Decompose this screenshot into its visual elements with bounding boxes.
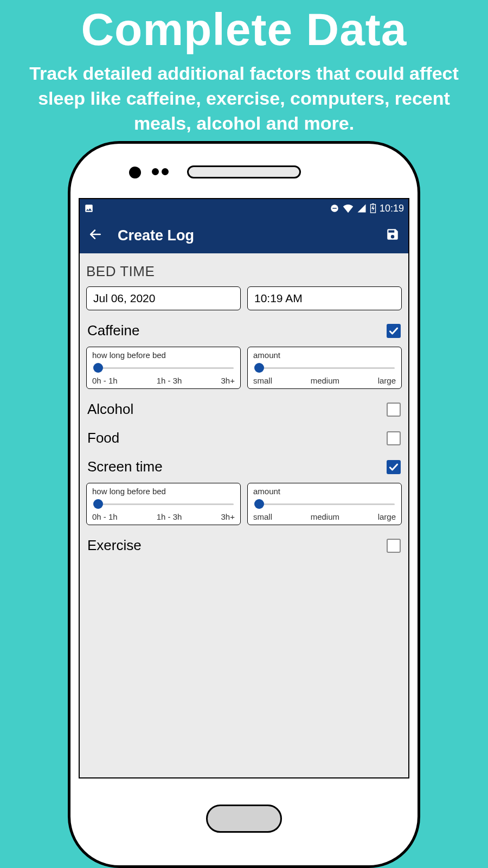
slider-tick: 0h - 1h xyxy=(92,512,118,521)
status-bar: 10:19 xyxy=(80,199,408,218)
slider-thumb-icon[interactable] xyxy=(254,499,264,509)
promo-headline: Complete Data xyxy=(0,0,488,56)
slider-tick: medium xyxy=(311,512,339,521)
phone-sensor-icon xyxy=(152,168,159,175)
slider-thumb-icon[interactable] xyxy=(93,363,103,373)
factor-caffeine-label: Caffeine xyxy=(87,322,139,339)
caffeine-duration-slider[interactable]: how long before bed 0h - 1h 1h - 3h 3h+ xyxy=(86,347,241,389)
bedtime-time-field[interactable]: 10:19 AM xyxy=(247,286,402,310)
screentime-duration-slider[interactable]: how long before bed 0h - 1h 1h - 3h 3h+ xyxy=(86,483,241,525)
form-content: BED TIME Jul 06, 2020 10:19 AM Caffeine … xyxy=(80,253,408,559)
save-button[interactable] xyxy=(386,227,400,244)
factor-screentime-label: Screen time xyxy=(87,458,163,475)
promo-subhead: Track detailed additional factors that c… xyxy=(0,56,488,136)
slider-title: how long before bed xyxy=(92,487,235,496)
battery-charging-icon xyxy=(370,203,376,213)
slider-tick: 3h+ xyxy=(221,376,235,385)
app-screen: 10:19 Create Log BED TIME Jul 06, 2020 1… xyxy=(79,198,409,778)
slider-tick: large xyxy=(378,512,396,521)
slider-tick: small xyxy=(253,376,272,385)
slider-title: how long before bed xyxy=(92,350,235,360)
bedtime-label: BED TIME xyxy=(86,263,402,280)
slider-thumb-icon[interactable] xyxy=(93,499,103,509)
phone-speaker-icon xyxy=(187,165,301,178)
svg-rect-3 xyxy=(372,203,374,205)
factor-food-label: Food xyxy=(87,430,119,446)
slider-tick: large xyxy=(378,376,396,385)
slider-thumb-icon[interactable] xyxy=(254,363,264,373)
app-bar-title: Create Log xyxy=(118,227,386,244)
factor-exercise-label: Exercise xyxy=(87,537,142,554)
status-time: 10:19 xyxy=(380,203,404,214)
slider-title: amount xyxy=(253,487,396,496)
phone-camera-icon xyxy=(129,167,141,178)
wifi-icon xyxy=(343,203,354,213)
factor-alcohol-checkbox[interactable] xyxy=(387,403,401,417)
factor-alcohol-label: Alcohol xyxy=(87,401,133,418)
slider-tick: medium xyxy=(311,376,339,385)
caffeine-amount-slider[interactable]: amount small medium large xyxy=(247,347,402,389)
app-bar: Create Log xyxy=(80,218,408,253)
slider-title: amount xyxy=(253,350,396,360)
slider-tick: 1h - 3h xyxy=(157,512,182,521)
phone-home-button[interactable] xyxy=(206,805,282,833)
factor-food-checkbox[interactable] xyxy=(387,431,401,445)
signal-icon xyxy=(357,203,367,213)
phone-sensor-icon xyxy=(162,168,169,175)
slider-tick: 1h - 3h xyxy=(157,376,182,385)
factor-screentime-checkbox[interactable] xyxy=(387,460,401,474)
bedtime-date-field[interactable]: Jul 06, 2020 xyxy=(86,286,241,310)
factor-exercise-checkbox[interactable] xyxy=(387,539,401,553)
slider-tick: 0h - 1h xyxy=(92,376,118,385)
svg-rect-1 xyxy=(332,208,337,209)
phone-frame: 10:19 Create Log BED TIME Jul 06, 2020 1… xyxy=(68,141,420,868)
factor-caffeine-checkbox[interactable] xyxy=(387,324,401,338)
picture-icon xyxy=(84,203,94,213)
screentime-amount-slider[interactable]: amount small medium large xyxy=(247,483,402,525)
slider-tick: small xyxy=(253,512,272,521)
dnd-icon xyxy=(330,203,339,213)
slider-tick: 3h+ xyxy=(221,512,235,521)
back-button[interactable] xyxy=(88,227,102,244)
